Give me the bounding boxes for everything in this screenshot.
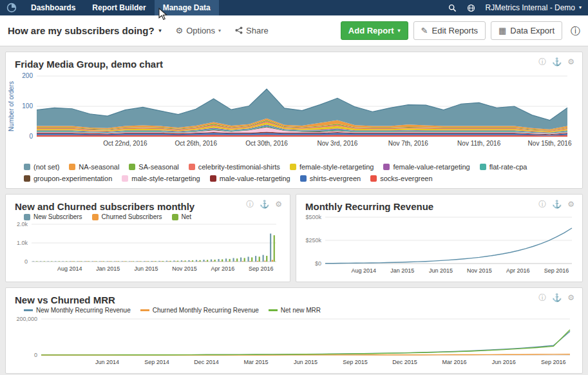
svg-text:$0: $0 <box>315 260 321 267</box>
anchor-icon[interactable]: ⚓ <box>552 58 562 66</box>
search-icon[interactable] <box>443 4 462 12</box>
gear-icon[interactable]: ⚙ <box>567 200 574 208</box>
legend-marker-icon <box>172 214 178 220</box>
legend-marker-icon <box>383 164 390 170</box>
svg-text:0: 0 <box>29 133 33 140</box>
legend-item[interactable]: Churned Subscribers <box>92 213 162 220</box>
legend-label: flat-rate-cpa <box>489 163 527 171</box>
nav-item-report-builder[interactable]: Report Builder <box>84 0 154 15</box>
table-icon: ▦ <box>498 26 506 35</box>
legend-item[interactable]: (not set) <box>24 163 59 171</box>
gear-icon[interactable]: ⚙ <box>567 294 574 302</box>
svg-text:Jan 2015: Jan 2015 <box>390 267 414 274</box>
legend-item[interactable]: female-value-retargeting <box>383 163 469 171</box>
legend-item[interactable]: Churned Monthly Recurring Revenue <box>140 307 259 314</box>
legend-label: Net <box>182 213 192 220</box>
svg-text:Nov 11th, 2016: Nov 11th, 2016 <box>457 140 501 147</box>
card-actions: ⓘ ⚓ ⚙ <box>538 58 574 66</box>
legend-marker-icon <box>69 164 75 170</box>
legend-marker-icon <box>210 175 216 182</box>
dashboard-title: How are my subscribers doing? <box>8 25 155 36</box>
svg-text:Number of orders: Number of orders <box>8 81 15 131</box>
options-menu[interactable]: ⚙ Options ▾ <box>176 26 221 35</box>
account-label: RJMetrics Internal - Demo <box>486 3 575 12</box>
info-icon[interactable]: ⓘ <box>571 26 580 35</box>
anchor-icon[interactable]: ⚓ <box>260 200 269 208</box>
data-export-button[interactable]: ▦ Data Export <box>491 21 562 41</box>
legend-item[interactable]: groupon-experimentation <box>24 175 112 182</box>
legend-item[interactable]: SA-seasonal <box>129 163 178 171</box>
account-menu[interactable]: RJMetrics Internal - Demo ▾ <box>480 3 582 12</box>
legend-label: socks-evergreen <box>380 175 432 182</box>
legend-item[interactable]: New Monthly Recurring Revenue <box>24 307 131 314</box>
svg-text:Nov 7th, 2016: Nov 7th, 2016 <box>388 140 429 147</box>
legend-item[interactable]: shirts-evergreen <box>300 175 361 182</box>
legend-marker-icon <box>24 175 30 182</box>
info-icon[interactable]: ⓘ <box>246 200 254 208</box>
legend-item[interactable]: male-value-retargeting <box>210 175 290 182</box>
new-vs-churned-mrr-chart[interactable]: 0200,000Jun 2014Sep 2014Dec 2014Mar 2015… <box>6 315 576 373</box>
dashboard-title-dropdown[interactable]: How are my subscribers doing? ▾ <box>8 25 162 36</box>
legend-marker-icon <box>24 214 30 220</box>
legend-label: celebrity-testimonial-shirts <box>198 163 280 171</box>
chart-legend: New SubscribersChurned SubscribersNet <box>6 213 290 222</box>
add-report-button[interactable]: Add Report ▾ <box>341 21 408 41</box>
info-icon[interactable]: ⓘ <box>538 200 546 208</box>
chevron-down-icon: ▾ <box>579 5 582 10</box>
svg-text:Dec 2015: Dec 2015 <box>392 359 417 365</box>
rjmetrics-logo-icon[interactable] <box>0 0 23 15</box>
svg-text:1.0k: 1.0k <box>17 240 28 246</box>
chevron-down-icon: ▾ <box>398 28 401 34</box>
card-title: Friday Media Group, demo chart <box>6 52 582 71</box>
legend-item[interactable]: Net <box>172 213 192 220</box>
info-icon[interactable]: ⓘ <box>538 58 546 66</box>
legend-item[interactable]: female-style-retargeting <box>290 163 374 171</box>
nav-item-dashboards[interactable]: Dashboards <box>23 0 84 15</box>
legend-item[interactable]: Net new MRR <box>269 307 321 314</box>
legend-marker-icon <box>129 164 135 170</box>
svg-text:Jun 2015: Jun 2015 <box>135 265 158 272</box>
options-label: Options <box>186 26 215 35</box>
anchor-icon[interactable]: ⚓ <box>552 200 562 208</box>
dashboard-content: Friday Media Group, demo chart ⓘ ⚓ ⚙ 010… <box>0 46 588 375</box>
legend-label: male-style-retargeting <box>131 175 200 182</box>
svg-text:0: 0 <box>24 258 28 265</box>
svg-text:Oct 22nd, 2016: Oct 22nd, 2016 <box>103 140 147 147</box>
globe-icon[interactable] <box>462 4 480 12</box>
legend-marker-icon <box>300 175 307 182</box>
anchor-icon[interactable]: ⚓ <box>552 294 562 302</box>
card-friday-media-group: Friday Media Group, demo chart ⓘ ⚓ ⚙ 010… <box>5 52 583 189</box>
legend-marker-icon <box>189 164 195 170</box>
legend-item[interactable]: NA-seasonal <box>69 163 119 171</box>
svg-text:Sep 2015: Sep 2015 <box>343 359 368 365</box>
mrr-line-chart[interactable]: $0$250k$500kAug 2014Jan 2015Jun 2015Nov … <box>296 213 578 282</box>
svg-text:200: 200 <box>22 72 33 79</box>
chart-legend: New Monthly Recurring RevenueChurned Mon… <box>6 307 582 315</box>
gear-icon[interactable]: ⚙ <box>567 58 574 66</box>
share-button[interactable]: Share <box>235 26 269 35</box>
legend-item[interactable]: male-style-retargeting <box>122 175 200 182</box>
legend-item[interactable]: flat-rate-cpa <box>480 163 527 171</box>
subscribers-bar-chart[interactable]: 01.0k2.0kAug 2014Jan 2015Jun 2015Nov 201… <box>6 222 281 280</box>
card-actions: ⓘ ⚓ ⚙ <box>538 294 574 302</box>
legend-label: groupon-experimentation <box>33 175 112 182</box>
edit-reports-button[interactable]: ✎ Edit Reports <box>413 21 486 41</box>
svg-text:Jun 2016: Jun 2016 <box>492 359 516 365</box>
legend-marker-icon <box>290 164 296 170</box>
gear-icon[interactable]: ⚙ <box>275 200 282 208</box>
orders-stacked-area-chart[interactable]: 0100200Oct 22nd, 2016Oct 26th, 2016Oct 3… <box>6 71 576 161</box>
legend-item[interactable]: New Subscribers <box>24 213 82 220</box>
legend-item[interactable]: socks-evergreen <box>370 175 432 182</box>
svg-text:Dec 2014: Dec 2014 <box>194 359 219 365</box>
info-icon[interactable]: ⓘ <box>538 294 546 302</box>
svg-text:Jun 2014: Jun 2014 <box>95 359 119 365</box>
svg-text:Sep 2016: Sep 2016 <box>249 265 274 272</box>
card-subscribers-monthly: New and Churned subscribers monthly ⓘ ⚓ … <box>5 194 290 282</box>
legend-item[interactable]: celebrity-testimonial-shirts <box>189 163 280 171</box>
legend-label: female-value-retargeting <box>393 163 469 171</box>
svg-text:Aug 2014: Aug 2014 <box>57 265 82 272</box>
svg-text:2.0k: 2.0k <box>17 222 28 227</box>
legend-label: SA-seasonal <box>138 163 178 171</box>
svg-text:Nov 15th, 2016: Nov 15th, 2016 <box>528 140 572 147</box>
svg-text:Nov 2015: Nov 2015 <box>172 265 197 272</box>
